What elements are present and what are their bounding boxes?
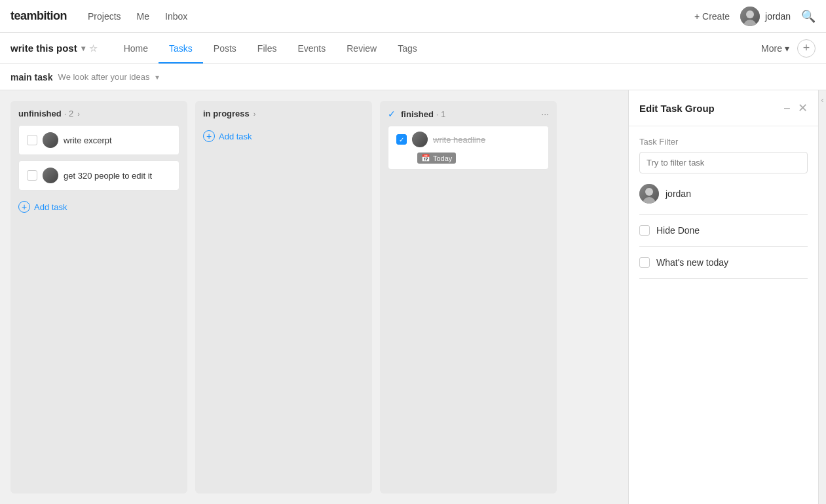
add-task-button-unfinished[interactable]: + Add task (18, 198, 179, 215)
create-button[interactable]: + Create (694, 11, 730, 22)
project-title[interactable]: write this post ▾ ☆ (10, 43, 98, 54)
col-expand-icon-in-progress[interactable]: › (253, 110, 256, 118)
panel-user-avatar (639, 184, 659, 204)
column-header-in-progress: in progress › (203, 109, 364, 118)
task-card-finished-1[interactable]: ✓ write headline 📅 Today (388, 126, 549, 170)
tab-links: Home Tasks Posts Files Events Review Tag… (113, 33, 428, 63)
col-menu-icon[interactable]: ··· (541, 109, 549, 119)
calendar-icon: 📅 (421, 154, 430, 162)
whats-new-row: What's new today (639, 257, 808, 279)
breadcrumb: main task We look after your ideas ▾ (0, 64, 826, 90)
panel-minimize-button[interactable]: – (784, 102, 790, 114)
nav-right: + Create jordan 🔍 (694, 7, 816, 26)
edit-panel-body: Task Filter jordan Hide Done What's new … (629, 126, 818, 504)
breadcrumb-subtitle: We look after your ideas (58, 72, 150, 82)
add-tab-button[interactable]: + (797, 39, 816, 58)
logo: teambition (10, 9, 67, 23)
add-task-plus-icon: + (18, 201, 30, 213)
tab-files[interactable]: Files (247, 33, 288, 63)
panel-user-name: jordan (666, 189, 691, 199)
task-avatar-3 (412, 132, 428, 147)
edit-panel-header: Edit Task Group – ✕ (629, 90, 818, 126)
col-title-finished: finished · 1 (401, 109, 445, 119)
col-count-finished: · 1 (436, 109, 445, 119)
hide-done-checkbox[interactable] (639, 225, 650, 236)
task-date-badge: 📅 Today (417, 153, 456, 164)
user-row: jordan (639, 184, 808, 215)
filter-label: Task Filter (639, 137, 808, 147)
task-card-edit[interactable]: get 320 people to edit it (18, 160, 179, 190)
task-avatar-2 (43, 168, 58, 183)
col-count-unfinished: · 2 (64, 109, 73, 118)
task-avatar-1 (43, 132, 58, 148)
task-label-1: write excerpt (64, 135, 171, 145)
hide-done-row: Hide Done (639, 225, 808, 247)
col-title-unfinished: unfinished · 2 (18, 109, 73, 118)
project-chevron-icon: ▾ (81, 44, 85, 53)
filter-input[interactable] (639, 152, 808, 173)
col-check-icon: ✓ (388, 109, 396, 119)
top-nav: teambition Projects Me Inbox + Create jo… (0, 0, 826, 33)
chevron-down-icon: ▾ (785, 43, 789, 54)
whats-new-label: What's new today (656, 257, 728, 268)
add-task-plus-icon-2: + (203, 130, 215, 142)
project-nav: write this post ▾ ☆ Home Tasks Posts Fil… (0, 33, 826, 64)
more-button[interactable]: More ▾ (761, 43, 789, 54)
tab-posts[interactable]: Posts (203, 33, 247, 63)
tab-events[interactable]: Events (287, 33, 336, 63)
column-header-finished: ✓ finished · 1 ··· (388, 109, 549, 119)
edit-panel: Edit Task Group – ✕ Task Filter jordan H… (628, 90, 818, 504)
task-card-finished-row: ✓ write headline (396, 132, 540, 147)
panel-close-button[interactable]: ✕ (798, 101, 808, 115)
username: jordan (765, 11, 791, 22)
user-menu[interactable]: jordan (740, 7, 791, 26)
scroll-up-icon[interactable]: ‹ (821, 90, 824, 110)
scrollbar-right: ‹ (818, 90, 826, 504)
tab-home[interactable]: Home (113, 33, 159, 63)
edit-panel-title: Edit Task Group (639, 103, 779, 114)
tab-tasks[interactable]: Tasks (159, 33, 203, 63)
tab-tags[interactable]: Tags (387, 33, 428, 63)
task-checkbox-3[interactable]: ✓ (396, 134, 407, 145)
breadcrumb-title: main task (10, 72, 53, 82)
nav-inbox[interactable]: Inbox (165, 11, 187, 22)
add-task-button-in-progress[interactable]: + Add task (203, 128, 364, 145)
column-unfinished: unfinished · 2 › write excerpt get 320 p… (10, 101, 187, 494)
task-checkbox-1[interactable] (27, 135, 37, 145)
hide-done-label: Hide Done (656, 225, 700, 236)
task-checkbox-2[interactable] (27, 170, 37, 181)
col-title-in-progress: in progress (203, 109, 250, 118)
nav-projects[interactable]: Projects (88, 11, 121, 22)
column-finished: ✓ finished · 1 ··· ✓ write headline 📅 To… (380, 101, 557, 494)
kanban-board: unfinished · 2 › write excerpt get 320 p… (0, 90, 628, 504)
whats-new-checkbox[interactable] (639, 257, 650, 268)
search-button[interactable]: 🔍 (801, 9, 816, 24)
task-label-3: write headline (433, 135, 540, 145)
main-content: unfinished · 2 › write excerpt get 320 p… (0, 90, 826, 504)
column-in-progress: in progress › + Add task (195, 101, 372, 494)
user-avatar (740, 7, 760, 26)
breadcrumb-chevron-icon[interactable]: ▾ (155, 73, 159, 82)
nav-me[interactable]: Me (137, 11, 149, 22)
task-label-2: get 320 people to edit it (64, 171, 171, 181)
col-expand-icon-unfinished[interactable]: › (77, 110, 80, 118)
star-icon[interactable]: ☆ (89, 43, 98, 54)
task-card-write-excerpt[interactable]: write excerpt (18, 125, 179, 155)
tab-review[interactable]: Review (336, 33, 387, 63)
column-header-unfinished: unfinished · 2 › (18, 109, 179, 118)
